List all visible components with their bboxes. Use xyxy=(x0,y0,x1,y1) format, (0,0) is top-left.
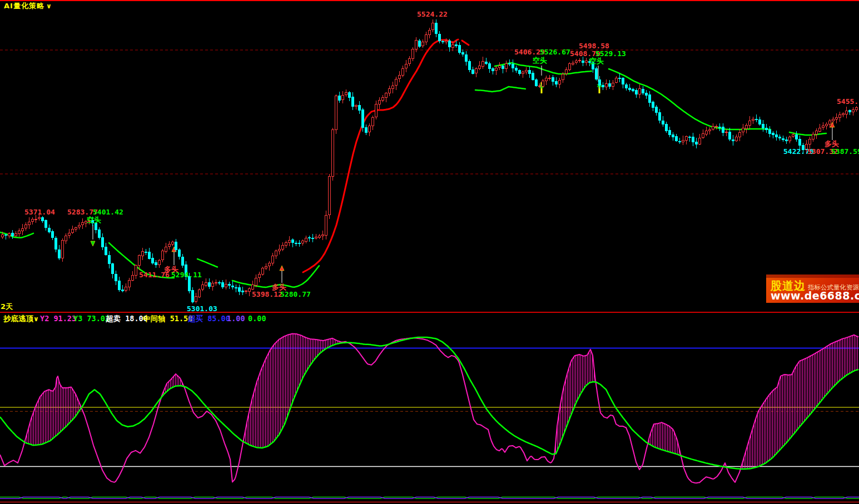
chart-canvas[interactable]: ** xyxy=(0,0,859,504)
ma-line xyxy=(197,259,217,267)
price-label: 5524.22 xyxy=(417,11,448,18)
price-label: 5401.42 xyxy=(93,208,123,216)
ma-line xyxy=(609,69,771,129)
strategy-label: AI量化策略 xyxy=(4,2,44,10)
strategy-dropdown[interactable]: AI量化策略∨ xyxy=(4,1,52,11)
indicator-name: 抄底逃顶 xyxy=(3,314,33,323)
period-label: 2天 xyxy=(1,302,13,312)
indicator-dropdown[interactable]: 抄底逃顶∨ xyxy=(3,314,39,324)
legend-item: Y2 91.23 xyxy=(40,314,76,323)
price-label: 5371.04 xyxy=(24,208,55,216)
chevron-down-icon: ∨ xyxy=(46,2,52,10)
chevron-down-icon: ∨ xyxy=(33,315,39,323)
watermark-badge: 股道边指标公式量化资源 www.de6688.com xyxy=(766,275,859,303)
price-label: 5498.58 xyxy=(579,42,609,49)
legend-item: 中间轴 51.50 xyxy=(143,314,192,324)
price-label: 5398.12 xyxy=(252,291,282,298)
ma-line xyxy=(303,39,458,272)
legend-item: 超买 85.00 xyxy=(188,314,230,324)
indicator-header: 抄底逃顶∨ Y2 91.23Y3 73.02超卖 18.00中间轴 51.50超… xyxy=(0,313,859,324)
y3-oscillator-line xyxy=(0,337,858,469)
signal-text-label: 空头 xyxy=(589,57,604,64)
signal-text-label: 多头 xyxy=(825,140,839,147)
legend-item: 1.00 xyxy=(227,314,245,323)
price-label: 5280.77 xyxy=(280,291,311,298)
buy-arrow-icon xyxy=(280,266,284,271)
price-label: 5526.67 xyxy=(540,48,570,56)
legend-item: 0.00 xyxy=(248,314,266,323)
ma-line xyxy=(475,87,525,92)
top-border xyxy=(0,0,859,1)
oscillator-hatch xyxy=(25,334,859,469)
price-label: 5294.11 xyxy=(171,271,202,278)
legend-item: Y3 73.02 xyxy=(73,314,110,323)
ma-line xyxy=(462,41,469,45)
signal-text-label: 空头 xyxy=(533,57,547,64)
signal-text-label: 空头 xyxy=(87,216,101,223)
watermark-url: www.de6688.com xyxy=(771,290,859,302)
price-label: 5387.59 xyxy=(831,148,859,155)
price-label: 5301.03 xyxy=(187,305,217,312)
legend-item: 超卖 18.00 xyxy=(106,314,148,324)
price-label: 5411.76 xyxy=(139,271,170,278)
trading-app-window: ** AI量化策略∨ 2天 5371.045283.775401.42空头多头5… xyxy=(0,0,859,504)
price-label: 5455.7 xyxy=(837,98,859,105)
y2-oscillator-line xyxy=(0,334,858,483)
sell-arrow-icon xyxy=(91,241,95,246)
